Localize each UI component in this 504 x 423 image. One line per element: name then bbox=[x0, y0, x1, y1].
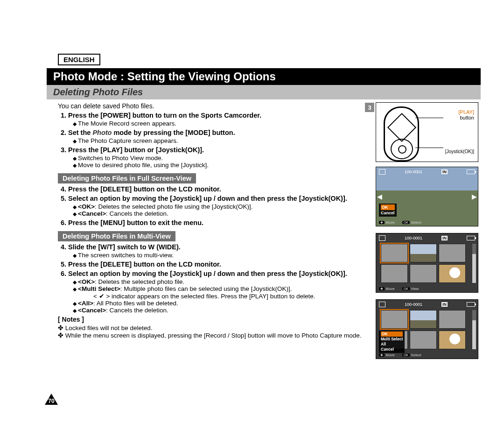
arrow-right-icon: ▶ bbox=[472, 193, 477, 200]
menu-ok: OK bbox=[381, 204, 395, 210]
figure-column: 3 [PLAY]button [Joystick(OK)] 4 100-0 bbox=[376, 102, 481, 359]
multi-step-5: Press the [DELETE] button on the LCD mon… bbox=[68, 261, 366, 268]
step-2: Set the Photo mode by pressing the [MODE… bbox=[68, 129, 366, 144]
notes-list: Locked files will not be deleted. While … bbox=[58, 324, 366, 339]
multi-step-4: Slide the [W/T] switch to W (WIDE). The … bbox=[68, 243, 366, 259]
full-cancel: <Cancel>: Cancels the deletion. bbox=[73, 210, 366, 217]
battery-icon bbox=[467, 302, 475, 307]
camera-icon bbox=[379, 302, 385, 307]
thumb-3 bbox=[439, 244, 466, 262]
step-3-bullet-1: Switches to Photo View mode. bbox=[73, 155, 366, 162]
notes-heading: [ Notes ] bbox=[58, 316, 366, 323]
camera-icon bbox=[379, 235, 385, 241]
figure-step-5: 5 100-0001 IN OK M bbox=[376, 299, 478, 359]
thumb-4 bbox=[381, 264, 408, 283]
menu-multi-select: Multi Select bbox=[381, 337, 403, 342]
hint-select: OK Select bbox=[402, 353, 421, 357]
battery-icon bbox=[467, 236, 475, 240]
thumb-5 bbox=[410, 264, 437, 283]
language-indicator: ENGLISH bbox=[58, 54, 100, 65]
steps-1-3: Press the [POWER] button to turn on the … bbox=[68, 112, 366, 169]
multi-multiselect: <Multi Select>: Multiple photo files can… bbox=[73, 285, 366, 300]
scrollbar bbox=[472, 310, 476, 349]
step-2-bullet: The Photo Capture screen appears. bbox=[73, 137, 366, 144]
step-3: Press the [PLAY] button or [Joystick(OK)… bbox=[68, 146, 366, 169]
thumb-6 bbox=[439, 264, 466, 283]
thumb-6 bbox=[439, 331, 466, 349]
scrollbar bbox=[472, 244, 476, 283]
hint-select: OK Select bbox=[402, 220, 421, 225]
section-subtitle: Deleting Photo Files bbox=[47, 85, 481, 99]
multi-all: <All>: All Photo files will be deleted. bbox=[73, 300, 366, 307]
multi-ok: <OK>: Deletes the selected photo file. bbox=[73, 278, 366, 285]
page-title: Photo Mode : Setting the Viewing Options bbox=[47, 68, 481, 85]
thumb-3 bbox=[439, 310, 466, 329]
step-badge-3: 3 bbox=[365, 103, 374, 112]
hint-move: ✥ Move bbox=[379, 287, 395, 291]
instruction-column: You can delete saved Photo files. Press … bbox=[47, 102, 376, 339]
manual-page: ENGLISH Photo Mode : Setting the Viewing… bbox=[0, 0, 504, 423]
menu-cancel: Cancel bbox=[381, 210, 395, 216]
thumb-5 bbox=[410, 331, 437, 349]
file-number: 100-0001 bbox=[405, 169, 422, 174]
full-step-4: Press the [DELETE] button on the LCD mon… bbox=[68, 185, 366, 193]
file-number: 100-0001 bbox=[405, 236, 422, 240]
multi-step-6: Select an option by moving the [Joystick… bbox=[68, 270, 366, 314]
note-1: Locked files will not be deleted. bbox=[58, 324, 366, 331]
hint-move: ✥ Move bbox=[379, 220, 395, 225]
menu-ok: OK bbox=[381, 331, 403, 337]
file-number: 100-0001 bbox=[405, 302, 422, 307]
label-play: [PLAY]button bbox=[459, 109, 474, 120]
full-step-6: Press the [MENU] button to exit the menu… bbox=[68, 219, 366, 226]
menu-all: All bbox=[381, 342, 403, 347]
step-3-bullet-2: Move to desired photo file, using the [J… bbox=[73, 162, 366, 169]
note-2: While the menu screen is displayed, pres… bbox=[58, 331, 366, 339]
step-1-bullet: The Movie Record screen appears. bbox=[73, 120, 366, 127]
hint-move: ✥ Move bbox=[379, 353, 395, 357]
battery-icon bbox=[467, 169, 475, 174]
full-step-5: Select an option by moving the [Joystick… bbox=[68, 195, 366, 217]
thumb-2 bbox=[410, 310, 437, 329]
intro-text: You can delete saved Photo files. bbox=[58, 102, 366, 110]
multiview-heading: Deleting Photo Files in Multi-View bbox=[58, 231, 175, 241]
label-joystick: [Joystick(OK)] bbox=[445, 149, 474, 154]
multi-cancel: <Cancel>: Cancels the deletion. bbox=[73, 307, 366, 314]
step-1: Press the [POWER] button to turn on the … bbox=[68, 112, 366, 127]
delete-menu-multiview: OK Multi Select All Cancel bbox=[379, 331, 405, 353]
hint-view: OK View bbox=[402, 287, 419, 291]
multi-4-bullet: The screen switches to multi-view. bbox=[73, 252, 366, 259]
figure-step-4-multiview: 4 100-0001 IN ✥ Move bbox=[376, 233, 478, 293]
in-badge: IN bbox=[441, 302, 448, 307]
camera-icon bbox=[379, 169, 385, 175]
remote-icon bbox=[384, 106, 419, 162]
figure-step-3: 3 [PLAY]button [Joystick(OK)] bbox=[376, 102, 478, 162]
full-ok: <OK>: Deletes the selected photo file us… bbox=[73, 203, 366, 210]
in-badge: IN bbox=[441, 169, 448, 174]
thumb-2 bbox=[410, 244, 437, 262]
menu-cancel: Cancel bbox=[381, 347, 403, 352]
fullview-heading: Deleting Photo Files in Full Screen-View bbox=[58, 173, 196, 183]
arrow-left-icon: ◀ bbox=[377, 193, 382, 200]
thumb-1 bbox=[381, 310, 408, 329]
fullview-steps: Press the [DELETE] button on the LCD mon… bbox=[68, 185, 366, 226]
multiview-steps: Slide the [W/T] switch to W (WIDE). The … bbox=[68, 243, 366, 314]
thumbnail-grid bbox=[381, 244, 466, 283]
in-badge: IN bbox=[441, 236, 448, 240]
figure-step-4-fullview: 4 100-0001 IN ◀ ▶ OK Cancel ✥ Move OK Se… bbox=[376, 167, 478, 226]
delete-menu-fullview: OK Cancel bbox=[379, 204, 397, 217]
thumb-1 bbox=[381, 244, 408, 262]
